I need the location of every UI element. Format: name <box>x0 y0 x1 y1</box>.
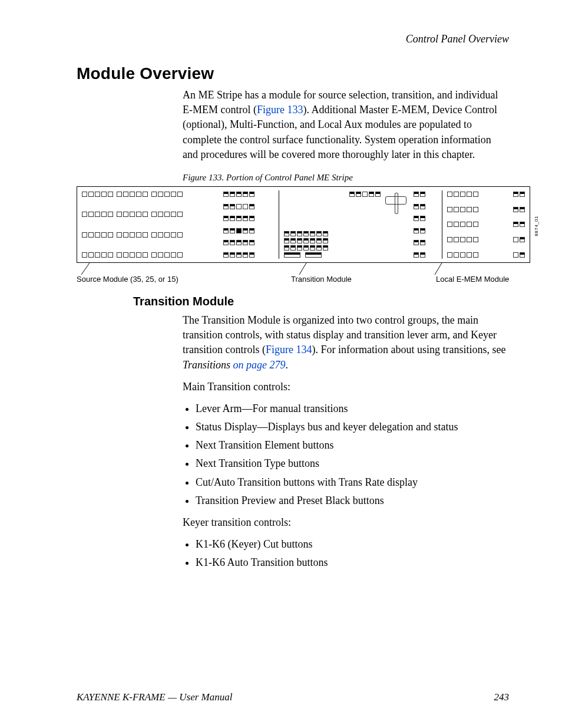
local-emem-panel <box>446 190 526 259</box>
transition-module-panel <box>283 190 409 259</box>
svg-line-0 <box>81 263 90 275</box>
figure-caption: Figure 133. Portion of Control Panel ME … <box>183 173 509 183</box>
svg-line-2 <box>435 263 442 275</box>
section-heading-module-overview: Module Overview <box>77 64 509 83</box>
callout-local-emem-module: Local E-MEM Module <box>436 275 509 284</box>
source-row <box>82 232 217 238</box>
svg-line-1 <box>299 263 306 275</box>
figure-id-label: 8874_01 <box>534 216 539 236</box>
intro-paragraph: An ME Stripe has a module for source sel… <box>183 88 509 162</box>
main-controls-list: Lever Arm—For manual transitions Status … <box>196 401 509 508</box>
source-module-panel <box>81 190 219 259</box>
keyer-controls-list: K1-K6 (Keyer) Cut buttons K1-K6 Auto Tra… <box>196 537 509 570</box>
list-item: Next Transition Type buttons <box>196 456 509 471</box>
list-item: Cut/Auto Transition buttons with Trans R… <box>196 475 509 490</box>
figure-link-134[interactable]: Figure 134 <box>266 344 312 355</box>
transition-module-paragraph: The Transition Module is organized into … <box>183 313 509 373</box>
footer-page-number: 243 <box>494 691 510 703</box>
list-item: Next Transition Element buttons <box>196 438 509 453</box>
source-row <box>82 212 217 217</box>
source-row <box>82 192 217 197</box>
figure-control-panel-me-stripe: 8874_01 Source Module (35, 25, or 15) Tr… <box>77 186 530 281</box>
list-item: K1-K6 (Keyer) Cut buttons <box>196 537 509 552</box>
main-controls-label: Main Transition controls: <box>183 380 509 394</box>
tm-tail: . <box>286 359 289 371</box>
list-item: Status Display—Displays bus and keyer de… <box>196 420 509 434</box>
list-item: Transition Preview and Preset Black butt… <box>196 493 509 508</box>
callout-transition-module: Transition Module <box>291 275 352 284</box>
page-footer: KAYENNE K-FRAME — User Manual 243 <box>77 691 509 703</box>
running-header: Control Panel Overview <box>77 33 509 45</box>
list-item: K1-K6 Auto Transition buttons <box>196 555 509 570</box>
subsection-heading-transition-module: Transition Module <box>133 295 509 308</box>
callout-source-module: Source Module (35, 25, or 15) <box>77 275 178 284</box>
aux-column <box>412 190 438 259</box>
source-row <box>82 252 217 258</box>
list-item: Lever Arm—For manual transitions <box>196 401 509 416</box>
figure-link-133[interactable]: Figure 133 <box>257 104 303 116</box>
tm-text-2: ). For information about using transitio… <box>312 344 505 355</box>
tm-link-prefix: Transitions <box>183 359 233 371</box>
diagram-frame: 8874_01 <box>77 186 530 263</box>
lever-arm <box>384 192 408 215</box>
keyer-controls-label: Keyer transition controls: <box>183 515 509 530</box>
page-link-279[interactable]: on page 279 <box>233 359 286 371</box>
footer-doc-title: KAYENNE K-FRAME — User Manual <box>77 691 232 703</box>
aux-button-matrix <box>222 190 275 259</box>
